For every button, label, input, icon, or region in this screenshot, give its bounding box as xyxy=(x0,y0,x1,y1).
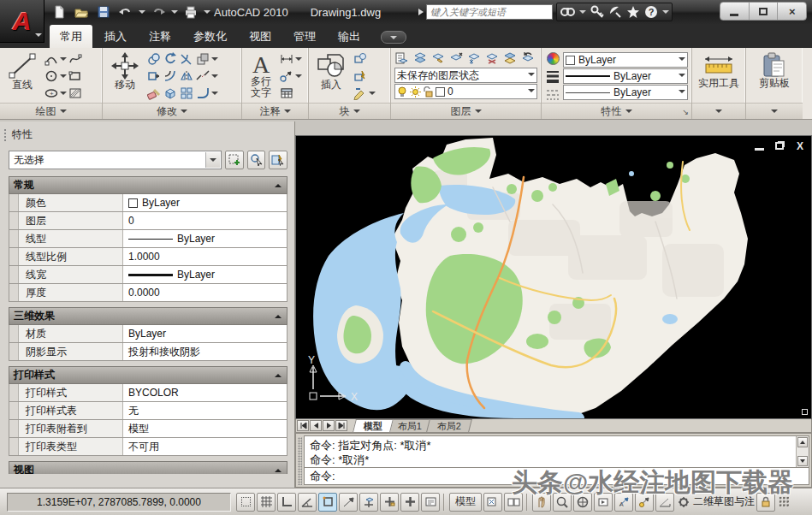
property-row-shadow-display[interactable]: 阴影显示投射和接收阴影 xyxy=(9,343,287,361)
mtext-button[interactable]: A 多行文字 xyxy=(245,50,277,103)
annotation-autoscale-button[interactable] xyxy=(635,493,654,512)
block-define-attributes-icon[interactable] xyxy=(353,86,368,101)
application-menu-button[interactable]: A xyxy=(0,0,44,43)
plot-button[interactable] xyxy=(181,3,200,21)
communication-center-icon[interactable] xyxy=(608,5,622,19)
leader-icon[interactable] xyxy=(279,68,294,84)
layer-on-bulb-icon[interactable] xyxy=(397,86,408,98)
scroll-up-button[interactable] xyxy=(797,437,808,447)
redo-button[interactable] xyxy=(149,3,168,21)
command-window-grip[interactable] xyxy=(298,437,302,485)
tab-insert[interactable]: 插入 xyxy=(94,25,137,48)
layer-previous-icon[interactable] xyxy=(520,50,536,66)
mirror-icon[interactable] xyxy=(179,68,194,84)
tab-output[interactable]: 输出 xyxy=(328,25,370,48)
favorites-star-icon[interactable] xyxy=(626,5,640,19)
drawing-close-button[interactable]: X xyxy=(794,140,806,151)
property-row-plot-table-attached-to[interactable]: 打印表附着到模型 xyxy=(9,420,287,438)
open-file-button[interactable] xyxy=(72,3,91,21)
property-row-plot-table-type[interactable]: 打印表类型不可用 xyxy=(9,438,287,456)
fillet-icon[interactable] xyxy=(195,86,210,101)
stretch-icon[interactable] xyxy=(146,68,162,84)
block-edit-icon[interactable] xyxy=(353,51,368,67)
workspace-switcher[interactable]: 二维草图与注 xyxy=(678,494,755,509)
selection-dropdown[interactable]: 无选择 xyxy=(9,151,222,169)
last-tab-button[interactable] xyxy=(335,420,347,431)
new-file-button[interactable] xyxy=(50,3,68,21)
overlap-icon[interactable] xyxy=(195,51,210,67)
panel-utilities-title[interactable] xyxy=(692,103,745,119)
search-dropdown-icon[interactable] xyxy=(579,10,586,14)
layer-states-icon[interactable] xyxy=(412,50,428,66)
layer-off-icon[interactable] xyxy=(484,50,500,66)
table-icon[interactable] xyxy=(279,86,294,101)
annotation-scale-button[interactable] xyxy=(655,493,674,512)
drawing-restore-button[interactable] xyxy=(773,140,785,151)
circle-icon[interactable] xyxy=(44,68,59,84)
property-row-material[interactable]: 材质ByLayer xyxy=(9,325,287,343)
layer-match-icon[interactable] xyxy=(502,50,518,66)
offset-icon[interactable] xyxy=(163,68,178,84)
property-row-thickness[interactable]: 厚度0.0000 xyxy=(9,284,287,302)
ortho-toggle[interactable] xyxy=(277,493,296,512)
snap-toggle[interactable] xyxy=(236,493,255,512)
move-button[interactable]: 移动 xyxy=(105,50,145,103)
tab-model[interactable]: 模型 xyxy=(353,419,394,432)
command-scrollbar[interactable] xyxy=(796,436,809,467)
measure-button[interactable]: 实用工具 xyxy=(695,50,743,103)
property-row-lineweight[interactable]: 线宽ByLayer xyxy=(9,266,287,284)
object-color-dropdown[interactable]: ByLayer xyxy=(563,52,688,68)
grid-toggle[interactable] xyxy=(257,493,276,512)
search-icon[interactable] xyxy=(560,5,575,19)
hatch-icon[interactable] xyxy=(68,86,83,101)
show-motion-button[interactable] xyxy=(594,493,613,512)
polar-toggle[interactable] xyxy=(298,493,317,512)
property-row-linetype[interactable]: 线型ByLayer xyxy=(9,230,287,248)
array-icon[interactable] xyxy=(179,86,194,101)
undo-dropdown-icon[interactable] xyxy=(139,10,145,14)
ribbon-minimize-button[interactable] xyxy=(381,31,406,44)
panel-annotation-title[interactable]: 注释 xyxy=(242,103,308,119)
layer-unisolate-icon[interactable] xyxy=(448,50,464,66)
section-plot-style[interactable]: 打印样式 xyxy=(9,366,287,384)
undo-button[interactable] xyxy=(116,3,135,21)
properties-dialog-launcher-icon[interactable]: ↘ xyxy=(682,108,689,116)
osnap-toggle[interactable] xyxy=(318,493,337,512)
zoom-button[interactable] xyxy=(553,493,572,512)
panel-clipboard-title[interactable] xyxy=(746,103,803,119)
help-icon[interactable]: ? xyxy=(644,5,658,19)
erase-icon[interactable] xyxy=(146,86,162,101)
drawing-minimize-button[interactable] xyxy=(753,140,765,151)
linetype-dropdown[interactable]: ByLayer xyxy=(563,85,688,100)
section-3d-effects[interactable]: 三维效果 xyxy=(9,307,287,325)
property-row-layer[interactable]: 图层0 xyxy=(9,212,287,230)
linear-dimension-icon[interactable] xyxy=(279,51,294,67)
pan-button[interactable] xyxy=(532,493,551,512)
arc-icon[interactable] xyxy=(44,51,59,67)
ducs-toggle[interactable] xyxy=(359,493,378,512)
tab-manage[interactable]: 管理 xyxy=(283,25,326,48)
trim-icon[interactable] xyxy=(179,51,194,67)
layer-properties-icon[interactable] xyxy=(394,50,410,66)
layer-dropdown[interactable]: 0 xyxy=(394,84,537,99)
rotate-icon[interactable] xyxy=(163,51,178,67)
section-view-partial[interactable]: 视图 xyxy=(9,461,287,474)
block-attributes-icon[interactable] xyxy=(353,68,368,84)
panel-properties-title[interactable]: 特性 xyxy=(542,103,691,119)
toggle-pickadd-button[interactable] xyxy=(269,151,287,169)
rectangle-icon[interactable] xyxy=(68,68,83,84)
explode-icon[interactable] xyxy=(163,86,178,101)
palette-grip-handle[interactable] xyxy=(3,128,7,142)
break-icon[interactable] xyxy=(195,68,210,84)
panel-layers-title[interactable]: 图层 xyxy=(391,103,541,119)
lwt-toggle[interactable] xyxy=(400,493,419,512)
tab-parametric[interactable]: 参数化 xyxy=(183,25,237,48)
qp-toggle[interactable] xyxy=(421,493,440,512)
otrack-toggle[interactable] xyxy=(339,493,358,512)
select-objects-button[interactable] xyxy=(247,151,266,169)
minimize-button[interactable] xyxy=(720,3,750,20)
qat-customize-dropdown-icon[interactable] xyxy=(204,10,210,14)
property-row-color[interactable]: 颜色ByLayer xyxy=(9,194,287,212)
help-dropdown-icon[interactable] xyxy=(662,10,669,14)
drawing-canvas[interactable]: X Y X xyxy=(295,135,812,419)
